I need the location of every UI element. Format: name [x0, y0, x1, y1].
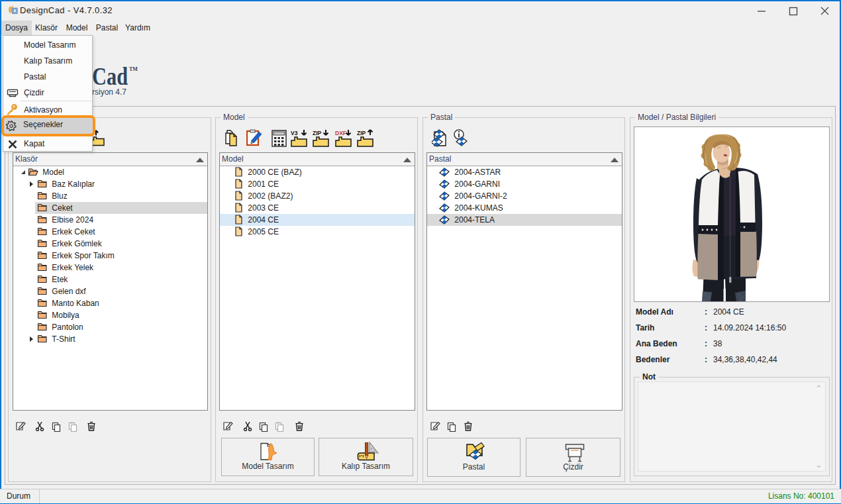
svg-text:ZIP: ZIP	[357, 130, 366, 136]
svg-text:V3: V3	[291, 130, 298, 136]
svg-text:DXF: DXF	[335, 130, 346, 136]
svg-text:ZIP: ZIP	[313, 130, 322, 136]
